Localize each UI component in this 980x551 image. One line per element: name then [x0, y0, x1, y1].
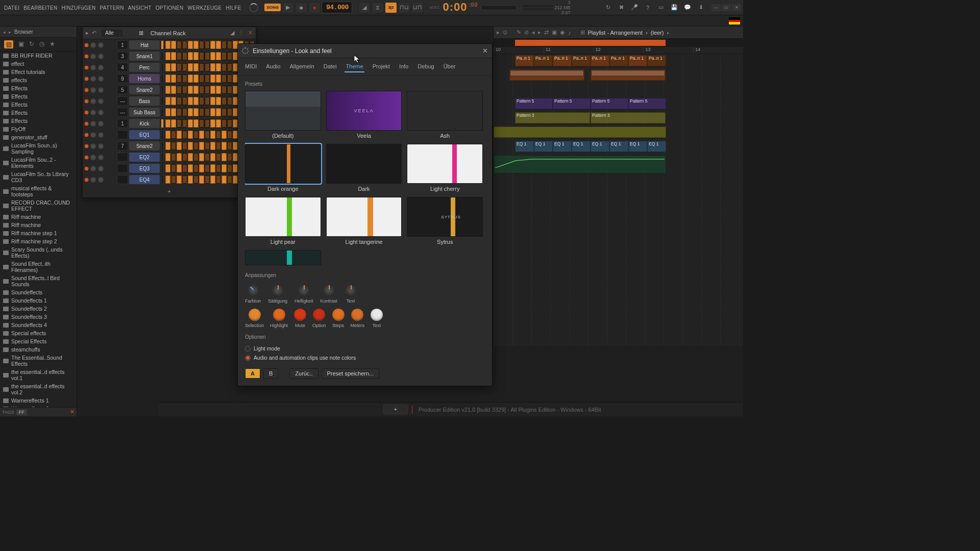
- step-cell[interactable]: [193, 153, 199, 161]
- browser-star-icon[interactable]: ★: [50, 40, 55, 48]
- step-cell[interactable]: [210, 74, 215, 83]
- swatch-meters[interactable]: [351, 309, 363, 321]
- vol-knob[interactable]: [98, 42, 104, 48]
- step-cell[interactable]: [222, 164, 227, 172]
- step-cell[interactable]: [222, 41, 227, 49]
- browser-item[interactable]: Riff machine: [0, 213, 77, 221]
- browser-item[interactable]: generator_stuff: [0, 133, 77, 141]
- step-cell[interactable]: [199, 41, 204, 49]
- step-cell[interactable]: [188, 41, 193, 49]
- browser-item[interactable]: the essential..d effects vol.1: [0, 368, 77, 382]
- step-cell[interactable]: [222, 63, 227, 71]
- cr-menu2-icon[interactable]: ⋮: [238, 30, 244, 36]
- step-cell[interactable]: [199, 164, 204, 172]
- step-cell[interactable]: [210, 119, 215, 128]
- pl-tool6-icon[interactable]: ▣: [552, 29, 557, 36]
- step-cell[interactable]: [188, 52, 193, 60]
- step-cell[interactable]: [171, 176, 176, 184]
- knob-sättigung[interactable]: [272, 284, 284, 296]
- step-cell[interactable]: [210, 164, 215, 172]
- step-cell[interactable]: [216, 74, 221, 83]
- reset-button[interactable]: Zurüc..: [289, 368, 318, 379]
- wave2-icon[interactable]: ⊔⊓: [411, 2, 424, 13]
- step-cell[interactable]: [227, 74, 232, 83]
- time-display[interactable]: 0:00:00: [443, 1, 478, 14]
- step-cell[interactable]: [182, 176, 187, 184]
- step-cell[interactable]: [177, 119, 182, 128]
- channel-led-icon[interactable]: [85, 66, 88, 69]
- step-cell[interactable]: [222, 52, 227, 60]
- step-cell[interactable]: [177, 74, 182, 83]
- step-cell[interactable]: [165, 63, 170, 71]
- play-button[interactable]: ▶: [282, 2, 294, 13]
- channel-route[interactable]: [117, 130, 128, 139]
- step-cell[interactable]: [222, 119, 227, 128]
- vol-knob[interactable]: [98, 166, 104, 171]
- tag-item[interactable]: FF: [16, 409, 27, 415]
- step-cell[interactable]: [199, 63, 204, 71]
- step-cell[interactable]: [177, 52, 182, 60]
- browser-item[interactable]: musical effects & footsteps: [0, 184, 77, 198]
- ruler-tick[interactable]: 13: [643, 47, 693, 54]
- pan-knob[interactable]: [90, 87, 96, 93]
- step-cell[interactable]: [210, 176, 215, 184]
- step-cell[interactable]: [205, 41, 210, 49]
- step-cell[interactable]: [227, 119, 232, 128]
- step-cell[interactable]: [188, 108, 193, 116]
- step-cell[interactable]: [199, 131, 204, 139]
- browser-collapse-icon[interactable]: ▣: [18, 40, 24, 48]
- step-cell[interactable]: [182, 142, 187, 150]
- channel-route[interactable]: [117, 164, 128, 173]
- stop-button[interactable]: ■: [295, 2, 307, 13]
- tag-remove-icon[interactable]: ✕: [70, 409, 75, 415]
- clip-eq[interactable]: EQ 1: [647, 141, 666, 152]
- channel-led-icon[interactable]: [85, 133, 88, 137]
- channel-name-button[interactable]: Perc: [129, 63, 160, 72]
- save-icon[interactable]: 💾: [669, 2, 680, 13]
- pan-knob[interactable]: [90, 177, 96, 183]
- vol-knob[interactable]: [98, 87, 104, 93]
- opt-note-colors[interactable]: Audio and automation clips use note colo…: [245, 353, 485, 362]
- preset-veela[interactable]: Veela: [326, 91, 402, 139]
- ruler-tick[interactable]: 12: [594, 47, 644, 54]
- step-cell[interactable]: [165, 176, 170, 184]
- tab-info[interactable]: Info: [398, 61, 409, 72]
- browser-item[interactable]: BB RUFF RIDER: [0, 52, 77, 60]
- maximize-button[interactable]: ▭: [722, 4, 731, 11]
- step-cell[interactable]: [205, 131, 210, 139]
- step-cell[interactable]: [171, 41, 176, 49]
- vol-knob[interactable]: [98, 98, 104, 104]
- pl-magnet-icon[interactable]: ⊙: [503, 29, 507, 36]
- step-cell[interactable]: [222, 86, 227, 94]
- step-cell[interactable]: [182, 41, 187, 49]
- mic-icon[interactable]: 🎤: [629, 2, 640, 13]
- step-cell[interactable]: [199, 176, 204, 184]
- pl-tool1-icon[interactable]: ✎: [517, 29, 521, 36]
- step-cell[interactable]: [182, 63, 187, 71]
- step-cell[interactable]: [193, 41, 199, 49]
- channel-route[interactable]: 1: [117, 40, 128, 49]
- preset-dark[interactable]: Dark: [326, 144, 402, 192]
- step-cell[interactable]: [205, 63, 210, 71]
- vol-knob[interactable]: [98, 155, 104, 160]
- preset-light-tangerine[interactable]: Light tangerine: [326, 197, 402, 245]
- cr-menu-icon[interactable]: ▸: [86, 30, 89, 36]
- browser-item[interactable]: Special Effects: [0, 337, 77, 345]
- menu-datei[interactable]: DATEI: [2, 5, 21, 11]
- channel-name-button[interactable]: EQ4: [129, 175, 160, 184]
- channel-name-button[interactable]: Kick: [129, 119, 160, 128]
- browser-item[interactable]: Soundeffects 3: [0, 313, 77, 321]
- hint-add-dropdown[interactable]: +: [383, 405, 408, 414]
- countdown-icon[interactable]: ⧖: [372, 2, 384, 13]
- step-cell[interactable]: [216, 153, 221, 161]
- vol-knob[interactable]: [98, 121, 104, 127]
- tab-allgemein[interactable]: Allgemein: [288, 61, 315, 72]
- channel-name-button[interactable]: Sub Bass: [129, 108, 160, 117]
- step-cell[interactable]: [199, 97, 204, 105]
- pan-knob[interactable]: [90, 98, 96, 104]
- preset-sytrus[interactable]: Sytrus: [407, 197, 483, 245]
- ruler-tick[interactable]: 10: [494, 47, 544, 54]
- channel-route[interactable]: 3: [117, 52, 128, 61]
- step-cell[interactable]: [165, 153, 170, 161]
- step-cell[interactable]: [182, 86, 187, 94]
